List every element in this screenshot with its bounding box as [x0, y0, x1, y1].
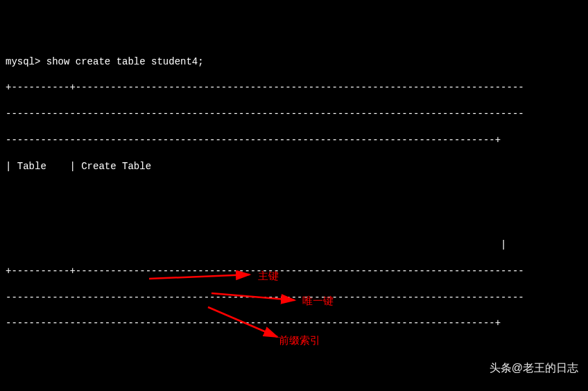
table-header: | Table | Create Table	[6, 160, 582, 173]
mysql-prompt: mysql>	[6, 56, 46, 67]
annotation-primary-key: 主键	[258, 269, 279, 283]
blank-line	[6, 186, 582, 199]
sql-command: show create table student4;	[46, 56, 204, 67]
annotation-prefix-index: 前缀索引	[279, 333, 320, 347]
border-line: ----------------------------------------…	[6, 291, 582, 304]
annotation-unique-key: 唯一键	[302, 294, 334, 308]
watermark-handle: @老王的日志	[512, 362, 578, 374]
border-line: ----------------------------------------…	[6, 134, 582, 147]
command-line[interactable]: mysql> show create table student4;	[6, 55, 582, 69]
border-line: +----------+----------------------------…	[6, 265, 582, 278]
watermark: 头条@老王的日志	[483, 346, 578, 376]
blank-line	[6, 212, 582, 225]
header-end: |	[6, 238, 582, 252]
border-line: ----------------------------------------…	[6, 107, 582, 121]
watermark-prefix: 头条	[490, 362, 512, 374]
border-line: ----------------------------------------…	[6, 317, 582, 330]
border-line: +----------+----------------------------…	[6, 81, 582, 94]
